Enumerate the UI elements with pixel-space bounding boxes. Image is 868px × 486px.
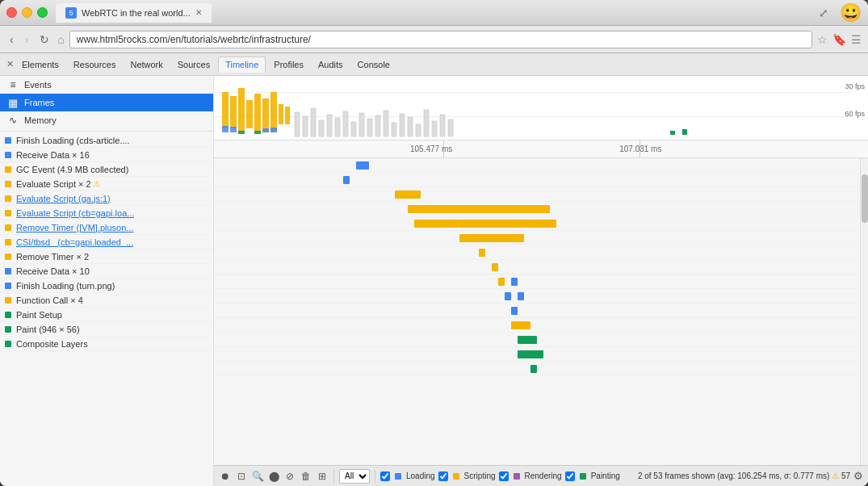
event-dot xyxy=(5,195,11,202)
close-button[interactable] xyxy=(6,7,17,18)
timeline-content xyxy=(214,158,868,465)
svg-rect-5 xyxy=(262,98,269,132)
list-item[interactable]: Paint Setup xyxy=(0,308,213,322)
sidebar-item-frames[interactable]: ▦ Frames xyxy=(0,94,213,111)
list-item[interactable]: Evaluate Script (cb=gapi.loa... xyxy=(0,206,213,220)
search-icon[interactable]: 🔍 xyxy=(251,470,264,483)
bookmark-icon[interactable]: 🔖 xyxy=(832,33,846,46)
filter-select[interactable]: All xyxy=(339,469,370,484)
list-item[interactable]: Evaluate Script × 2 ⚠ xyxy=(0,177,213,191)
tab-elements[interactable]: Elements xyxy=(15,57,65,72)
tab-sources[interactable]: Sources xyxy=(171,57,216,72)
trash-icon[interactable]: 🗑 xyxy=(300,470,312,483)
table-row xyxy=(214,362,860,376)
list-item[interactable]: Receive Data × 16 xyxy=(0,148,213,162)
star-icon[interactable]: ☆ xyxy=(817,33,828,46)
stop-icon[interactable]: ⊘ xyxy=(283,470,296,483)
tab-resources[interactable]: Resources xyxy=(67,57,123,72)
url-input[interactable] xyxy=(69,31,812,48)
maximize-button[interactable] xyxy=(37,7,48,18)
event-dot xyxy=(5,181,11,187)
list-item[interactable]: Evaluate Script (ga.js:1) xyxy=(0,191,213,206)
svg-rect-13 xyxy=(238,131,245,134)
list-item[interactable]: GC Event (4.9 MB collected) xyxy=(0,162,213,177)
traffic-lights xyxy=(6,7,48,18)
loading-filter-checkbox[interactable] xyxy=(380,471,390,481)
painting-filter-checkbox[interactable] xyxy=(565,471,575,481)
text-icon[interactable]: ⊞ xyxy=(316,470,329,483)
table-row xyxy=(214,260,860,274)
dot-icon[interactable]: ⬤ xyxy=(267,470,280,483)
record-icon[interactable]: ⏺ xyxy=(219,470,232,483)
devtools-panel: ✕ Elements Resources Network Sources Tim… xyxy=(0,53,868,486)
svg-rect-19 xyxy=(327,115,332,136)
sidebar-item-events[interactable]: ≡ Events xyxy=(0,76,213,94)
fullscreen-icon[interactable]: ⤢ xyxy=(819,6,828,19)
svg-rect-12 xyxy=(270,128,277,132)
scrollbar-thumb[interactable] xyxy=(862,174,868,223)
forward-button[interactable]: › xyxy=(22,31,32,48)
table-row xyxy=(214,245,860,260)
vertical-scrollbar[interactable] xyxy=(860,158,868,465)
tab-title: WebRTC in the real world... xyxy=(82,8,191,18)
row-bars xyxy=(214,158,860,172)
table-row xyxy=(214,289,860,304)
sidebar-label-events: Events xyxy=(24,80,52,90)
scripting-filter-checkbox[interactable] xyxy=(438,471,448,481)
clear-icon[interactable]: ⊡ xyxy=(235,470,248,483)
tab-console[interactable]: Console xyxy=(351,57,396,72)
back-button[interactable]: ‹ xyxy=(6,31,17,48)
event-label: Composite Layers xyxy=(16,339,88,349)
home-icon[interactable]: ⌂ xyxy=(57,33,64,46)
list-item[interactable]: Remove Timer ([VM].pluson... xyxy=(0,220,213,235)
bar xyxy=(343,176,350,184)
frames-chart-svg xyxy=(214,76,852,140)
tab-close-button[interactable]: ✕ xyxy=(195,8,202,17)
menu-icon[interactable]: ☰ xyxy=(851,33,862,46)
sidebar-item-memory[interactable]: ∿ Memory xyxy=(0,111,213,129)
event-label: Receive Data × 16 xyxy=(16,150,90,160)
scripting-filter-label: Scripting xyxy=(464,471,496,480)
toolbar-divider xyxy=(375,470,375,483)
list-item[interactable]: Receive Data × 10 xyxy=(0,264,213,279)
sidebar-divider xyxy=(0,131,213,132)
tab-timeline[interactable]: Timeline xyxy=(218,57,266,73)
list-item[interactable]: Paint (946 × 56) xyxy=(0,322,213,337)
list-item[interactable]: Remove Timer × 2 xyxy=(0,249,213,264)
list-item[interactable]: Finish Loading (turn.png) xyxy=(0,279,213,293)
svg-rect-9 xyxy=(222,126,229,132)
rendering-filter-checkbox[interactable] xyxy=(499,471,509,481)
row-bars xyxy=(214,187,860,201)
devtools-toolbar: ✕ Elements Resources Network Sources Tim… xyxy=(0,53,868,76)
row-bars xyxy=(214,362,860,375)
minimize-button[interactable] xyxy=(22,7,32,18)
tab-profiles[interactable]: Profiles xyxy=(267,57,310,72)
settings-icon[interactable]: ⚙ xyxy=(853,470,863,482)
list-item[interactable]: Composite Layers xyxy=(0,337,213,351)
svg-rect-35 xyxy=(670,131,675,135)
browser-tab-active[interactable]: 5 WebRTC in the real world... ✕ xyxy=(56,3,212,23)
event-dot xyxy=(5,224,11,231)
list-item[interactable]: Finish Loading (cds-article.... xyxy=(0,133,213,148)
event-label: Finish Loading (turn.png) xyxy=(16,281,115,291)
event-label[interactable]: Remove Timer ([VM].pluson... xyxy=(16,223,134,233)
list-item[interactable]: CSI/tbsd_ (cb=gapi.loaded_... xyxy=(0,235,213,249)
refresh-button[interactable]: ↻ xyxy=(36,31,52,48)
event-label[interactable]: Evaluate Script (ga.js:1) xyxy=(16,194,111,203)
devtools-close-button[interactable]: ✕ xyxy=(6,59,14,69)
row-bars xyxy=(214,318,860,332)
title-bar: 5 WebRTC in the real world... ✕ ⤢ 😀 xyxy=(0,0,868,26)
svg-rect-7 xyxy=(279,104,283,124)
svg-rect-11 xyxy=(262,128,269,132)
row-bars xyxy=(214,260,860,274)
svg-rect-32 xyxy=(432,121,437,136)
table-row xyxy=(214,158,860,173)
tab-audits[interactable]: Audits xyxy=(312,57,350,72)
event-dot xyxy=(5,166,11,173)
tab-network[interactable]: Network xyxy=(124,57,169,72)
list-item[interactable]: Function Call × 4 xyxy=(0,293,213,308)
svg-rect-30 xyxy=(416,124,421,136)
event-label[interactable]: Evaluate Script (cb=gapi.loa... xyxy=(16,208,134,218)
frames-chart: 30 fps 60 fps xyxy=(214,76,868,140)
event-label[interactable]: CSI/tbsd_ (cb=gapi.loaded_... xyxy=(16,237,133,247)
